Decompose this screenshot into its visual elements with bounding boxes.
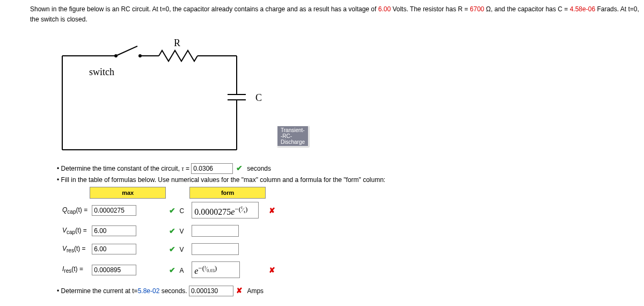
bullet-tau: • Determine the time constant of the cir… bbox=[57, 163, 644, 174]
unit: C bbox=[179, 207, 184, 215]
text: Volts. The resistor has R = bbox=[391, 5, 470, 13]
cross-icon: ✘ bbox=[268, 206, 276, 215]
check-icon: ✔ bbox=[168, 227, 177, 235]
voltage-value: 6.00 bbox=[378, 5, 391, 13]
row-qcap: Qcap(t) = ✔ C 0.0000275e−(t⁄τ) ✘ bbox=[60, 199, 279, 222]
check-icon: ✔ bbox=[235, 164, 244, 172]
capacitance-value: 4.58e-06 bbox=[570, 5, 595, 13]
circuit-diagram: switch R C Transient--RC-Discharge bbox=[52, 34, 282, 152]
check-icon: ✔ bbox=[168, 206, 177, 215]
vres-max-input[interactable] bbox=[92, 244, 136, 254]
text: Shown in the figure below is an RC circu… bbox=[30, 5, 378, 13]
time-value: 5.8e-02 bbox=[138, 287, 160, 295]
tau-unit: seconds bbox=[247, 165, 271, 172]
current-input[interactable] bbox=[189, 286, 233, 296]
text: Determine the time constant of the circu… bbox=[61, 165, 182, 172]
row-vcap: Vcap(t) = ✔ V bbox=[60, 222, 279, 240]
text: Ω, and the capacitor has C = bbox=[484, 5, 569, 13]
cross-icon: ✘ bbox=[268, 266, 276, 274]
col-form: form bbox=[189, 187, 266, 199]
unit: V bbox=[179, 246, 184, 253]
circuit-svg bbox=[52, 34, 282, 152]
text: seconds. bbox=[159, 287, 189, 295]
formula-table: max form Qcap(t) = ✔ C 0.0000275e−(t⁄τ) … bbox=[60, 187, 279, 281]
bullet-current: • Determine the current at t=5.8e-02 sec… bbox=[57, 286, 644, 296]
qcap-max-input[interactable] bbox=[92, 205, 136, 216]
vcap-form-input[interactable] bbox=[192, 225, 239, 237]
capacitor-label: C bbox=[255, 92, 262, 104]
cross-icon: ✘ bbox=[235, 286, 244, 295]
vres-form-input[interactable] bbox=[192, 243, 239, 255]
qcap-form-input[interactable]: 0.0000275e−(t⁄τ) bbox=[192, 202, 259, 218]
row-ires: Ires(t) = ✔ A e−(t⁄0.03) ✘ bbox=[60, 258, 279, 281]
problem-statement: Shown in the figure below is an RC circu… bbox=[30, 4, 644, 25]
current-unit: Amps bbox=[247, 287, 264, 295]
resistor-label: R bbox=[174, 38, 180, 49]
col-max: max bbox=[90, 187, 166, 199]
resistance-value: 6700 bbox=[470, 5, 485, 13]
ires-form-input[interactable]: e−(t⁄0.03) bbox=[192, 261, 240, 278]
vcap-max-input[interactable] bbox=[92, 225, 136, 236]
row-vres: Vres(t) = ✔ V bbox=[60, 240, 279, 258]
check-icon: ✔ bbox=[168, 266, 177, 274]
circuit-tooltip: Transient--RC-Discharge bbox=[277, 126, 309, 147]
switch-label: switch bbox=[89, 67, 114, 78]
unit: V bbox=[179, 228, 184, 235]
svg-line-2 bbox=[116, 46, 137, 56]
check-icon: ✔ bbox=[168, 245, 177, 253]
unit: A bbox=[179, 267, 184, 274]
tau-input[interactable] bbox=[191, 163, 233, 174]
text: Determine the current at t= bbox=[61, 287, 138, 295]
text: = bbox=[184, 165, 192, 172]
ires-max-input[interactable] bbox=[92, 265, 136, 275]
bullet-table-instr: • Fill in the table of formulas below. U… bbox=[57, 176, 644, 184]
